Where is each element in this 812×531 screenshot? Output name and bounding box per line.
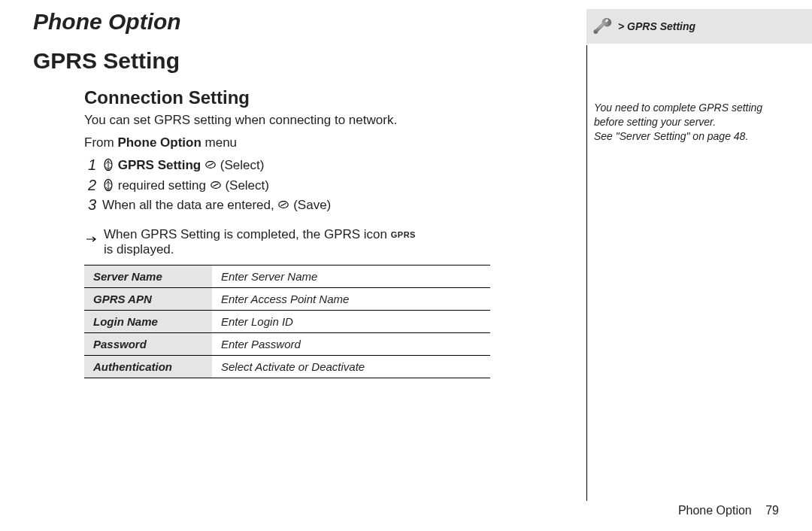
table-value: Enter Access Point Name (212, 287, 490, 310)
breadcrumb: > GPRS Setting (618, 20, 695, 32)
nav-icon (102, 158, 114, 171)
section-heading: Connection Setting (84, 87, 550, 108)
step-action: (Save) (293, 198, 331, 212)
action-icon (277, 198, 289, 211)
table-row: Login Name Enter Login ID (84, 310, 490, 332)
page-heading: GPRS Setting (33, 48, 550, 74)
wrench-icon (592, 16, 614, 37)
step-row: 2 required setting (Select) (84, 177, 550, 196)
table-row: Server Name Enter Server Name (84, 265, 490, 287)
arrow-icon (86, 227, 96, 247)
step-action: (Select) (225, 178, 269, 193)
table-value: Select Activate or Deactivate (212, 355, 490, 378)
gprs-badge: GPRS (391, 230, 416, 239)
intro-text: You can set GPRS setting when connecting… (84, 113, 550, 128)
table-label: Authentication (84, 355, 212, 378)
chapter-title: Phone Option (33, 9, 550, 35)
result-note: When GPRS Setting is completed, the GPRS… (86, 227, 550, 257)
action-icon (205, 158, 217, 171)
nav-icon (102, 178, 114, 192)
table-row: Password Enter Password (84, 332, 490, 355)
step-row: 3 When all the data are entered, (Save) (84, 196, 550, 215)
step-action: (Select) (220, 158, 265, 172)
from-line: From Phone Option menu (84, 135, 550, 150)
table-row: GPRS APN Enter Access Point Name (84, 287, 490, 310)
table-row: Authentication Select Activate or Deacti… (84, 355, 490, 378)
table-label: GPRS APN (84, 287, 212, 310)
table-label: Login Name (84, 310, 212, 332)
step-number: 3 (84, 196, 96, 213)
step-text: When all the data are entered, (102, 198, 277, 212)
table-value: Enter Server Name (212, 265, 490, 287)
step-bold: GPRS Setting (118, 158, 201, 172)
page-number: 79 (765, 504, 779, 517)
step-number: 1 (84, 156, 96, 173)
settings-table: Server Name Enter Server Name GPRS APN E… (84, 265, 490, 378)
steps-list: 1 GPRS Setting (Select) 2 required setti… (84, 156, 550, 215)
table-label: Server Name (84, 265, 212, 287)
step-row: 1 GPRS Setting (Select) (84, 156, 550, 175)
sidebar-note: You need to complete GPRS setting before… (586, 44, 812, 144)
table-value: Enter Password (212, 332, 490, 355)
step-text: required setting (118, 178, 210, 193)
action-icon (210, 178, 222, 192)
table-value: Enter Login ID (212, 310, 490, 332)
table-label: Password (84, 332, 212, 355)
step-number: 2 (84, 177, 96, 193)
page-footer: Phone Option 79 (678, 504, 779, 517)
footer-section: Phone Option (678, 504, 752, 517)
sidebar-header: > GPRS Setting (586, 9, 812, 44)
